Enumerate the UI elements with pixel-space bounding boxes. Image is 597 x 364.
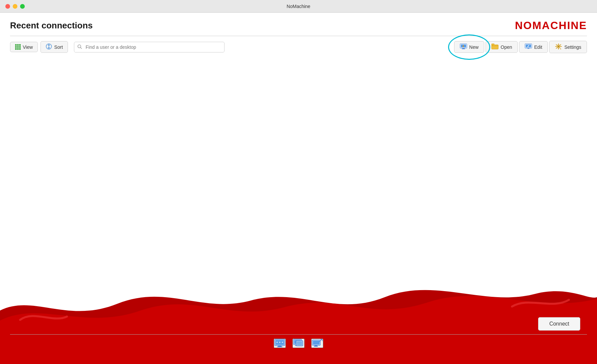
connect-label: Connect [549,321,569,327]
connect-button[interactable]: Connect [538,317,580,331]
window-controls [5,4,25,9]
open-label: Open [501,44,512,50]
new-label: New [469,44,479,50]
search-icon [77,44,82,50]
svg-rect-19 [277,347,282,347]
svg-point-23 [282,342,283,343]
svg-rect-10 [493,45,495,45]
new-icon [460,43,467,50]
bottom-icon-3[interactable] [311,339,323,348]
edit-label: Edit [534,44,542,50]
sort-label: Sort [54,44,63,50]
svg-rect-29 [297,341,302,345]
new-button-wrapper: New [454,41,484,53]
svg-rect-31 [313,341,320,345]
open-button[interactable]: Open [486,41,518,53]
nomachine-logo: NOMACHINE [515,19,587,32]
page-title: Recent connections [10,20,93,31]
edit-button[interactable]: Edit [519,41,548,53]
new-button[interactable]: New [454,41,484,53]
bottom-icon-1[interactable] [274,339,286,348]
svg-rect-5 [461,44,466,47]
sort-button[interactable]: Sort [40,41,68,53]
svg-point-21 [276,342,278,343]
svg-point-14 [558,45,560,47]
toolbar: View Sort [0,36,597,58]
bottom-divider [10,334,587,335]
search-container [74,42,225,52]
settings-icon [555,43,562,51]
window-title: NoMachine [287,4,311,9]
svg-rect-33 [314,346,318,347]
grid-icon [15,44,21,50]
view-label: View [23,44,33,50]
settings-button[interactable]: Settings [549,41,587,53]
open-icon [491,43,499,50]
sort-icon [46,43,52,50]
search-input[interactable] [74,42,225,52]
header: Recent connections NOMACHINE [0,13,597,32]
toolbar-right: New Open [454,41,587,53]
main-content: Recent connections NOMACHINE View [0,13,597,364]
minimize-button[interactable] [13,4,17,9]
bottom-icons [274,339,323,348]
wave-footer [0,270,597,364]
view-button[interactable]: View [10,42,38,52]
svg-line-2 [80,47,82,49]
edit-icon [525,43,532,50]
close-button[interactable] [5,4,10,9]
title-bar: NoMachine [0,0,597,13]
bottom-icon-2[interactable] [292,339,305,348]
svg-rect-7 [462,49,465,49]
svg-point-22 [279,342,280,343]
maximize-button[interactable] [20,4,25,9]
settings-label: Settings [564,44,581,50]
